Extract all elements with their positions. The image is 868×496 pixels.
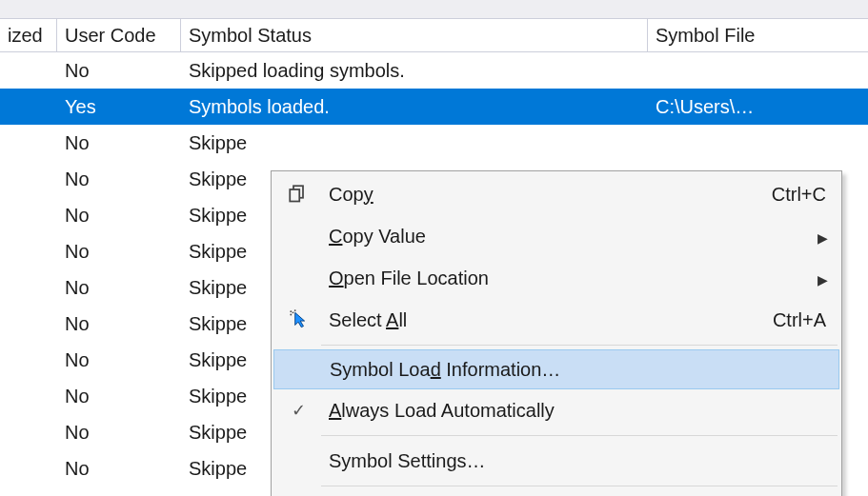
menu-item-always-load-automatically[interactable]: ✓ Always Load Automatically — [273, 389, 839, 431]
menu-separator — [321, 345, 838, 346]
menu-separator — [321, 435, 838, 436]
cell-user-code: No — [57, 458, 181, 480]
cell-user-code: No — [57, 386, 181, 407]
menu-item-symbol-load-information[interactable]: Symbol Load Information… — [273, 349, 839, 389]
window-toolbar-strip — [0, 0, 868, 19]
column-header-optimized[interactable]: ized — [0, 19, 57, 51]
menu-item-copy[interactable]: Copy Ctrl+C — [273, 173, 839, 215]
svg-point-3 — [290, 314, 292, 316]
table-row[interactable]: No Skipped loading symbols. — [0, 52, 868, 89]
cell-user-code: No — [57, 169, 181, 190]
cell-user-code: No — [57, 277, 181, 299]
menu-separator — [321, 486, 838, 486]
menu-label: Symbol Settings… — [319, 450, 832, 472]
table-row[interactable]: No Skippe — [0, 125, 868, 161]
menu-shortcut: Ctrl+C — [772, 184, 832, 206]
menu-item-open-file-location[interactable]: Open File Location ▶ — [273, 257, 839, 299]
svg-point-4 — [290, 310, 292, 312]
cell-user-code: No — [57, 132, 181, 154]
menu-item-copy-value[interactable]: Copy Value ▶ — [273, 215, 839, 257]
menu-item-symbol-settings[interactable]: Symbol Settings… — [273, 440, 839, 482]
menu-label: Copy — [319, 184, 772, 206]
copy-icon — [277, 185, 319, 204]
column-header-symbol-file[interactable]: Symbol File — [648, 19, 868, 51]
context-menu: Copy Ctrl+C Copy Value ▶ Open File Locat… — [271, 170, 842, 496]
submenu-arrow-icon: ▶ — [818, 226, 832, 248]
cell-symbol-status: Skipped loading symbols. — [181, 60, 648, 82]
menu-label: Select All — [319, 309, 773, 331]
column-header-user-code[interactable]: User Code — [57, 19, 181, 51]
menu-item-select-all[interactable]: Select All Ctrl+A — [273, 299, 839, 341]
column-header-symbol-status[interactable]: Symbol Status — [181, 19, 648, 51]
grid-header: ized User Code Symbol Status Symbol File — [0, 19, 868, 52]
modules-grid: No Skipped loading symbols. Yes Symbols … — [0, 52, 868, 496]
menu-label: Symbol Load Information… — [320, 359, 831, 381]
menu-label: Copy Value — [319, 226, 818, 248]
cell-user-code: No — [57, 241, 181, 263]
cell-symbol-status: Skippe — [181, 132, 648, 154]
cell-user-code: No — [57, 422, 181, 444]
svg-rect-1 — [290, 189, 299, 202]
cell-symbol-file: C:\Users\… — [648, 96, 868, 118]
cell-user-code: No — [57, 313, 181, 335]
submenu-arrow-icon: ▶ — [818, 268, 832, 289]
checkmark-icon: ✓ — [277, 400, 319, 421]
cell-user-code: No — [57, 60, 181, 82]
menu-shortcut: Ctrl+A — [773, 309, 832, 331]
cell-symbol-status: Symbols loaded. — [181, 96, 648, 118]
menu-label: Open File Location — [319, 268, 818, 289]
menu-label: Always Load Automatically — [319, 400, 832, 422]
svg-point-2 — [293, 311, 294, 313]
svg-point-5 — [294, 309, 296, 311]
select-all-cursor-icon — [277, 309, 319, 330]
cell-user-code: Yes — [57, 96, 181, 118]
table-row[interactable]: Yes Symbols loaded. C:\Users\… — [0, 89, 868, 125]
menu-item-decompile-source[interactable]: Decompile Source to Symbol File — [273, 490, 839, 496]
cell-user-code: No — [57, 349, 181, 371]
cell-user-code: No — [57, 205, 181, 227]
